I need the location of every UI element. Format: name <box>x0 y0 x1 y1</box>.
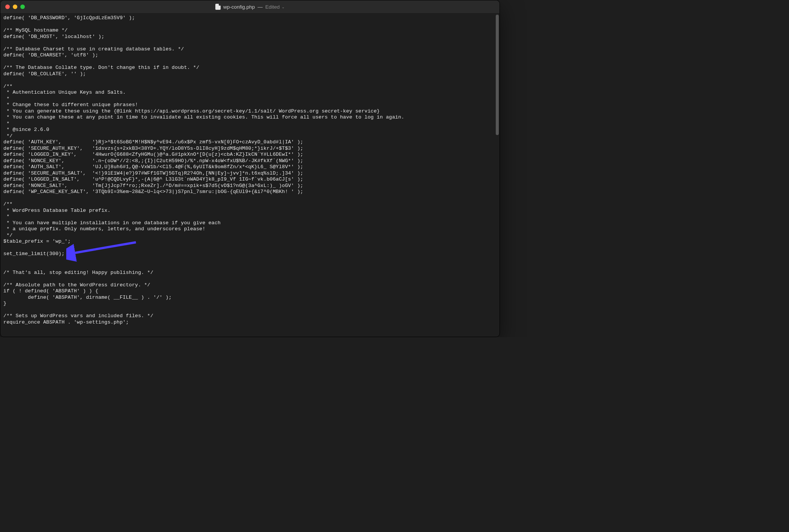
code-line[interactable]: /** Database Charset to use in creating … <box>3 46 184 52</box>
filename-label: wp-config.php <box>223 4 255 10</box>
arrow-annotation <box>66 239 142 262</box>
code-line[interactable]: /** MySQL hostname */ <box>3 27 68 33</box>
edited-label: Edited <box>265 4 280 10</box>
maximize-button[interactable] <box>20 5 25 9</box>
code-line[interactable]: define( 'DB_HOST', 'localhost' ); <box>3 34 104 40</box>
code-line[interactable]: * <box>3 96 9 102</box>
code-line[interactable]: define( 'NONCE_KEY', '.n~(oDW*//2:<8,;{I… <box>3 158 303 164</box>
code-editor[interactable]: define( 'DB_PASSWORD', 'GjIcQpdLzEm35V9'… <box>0 14 500 337</box>
code-line[interactable]: * @since 2.6.0 <box>3 127 49 132</box>
code-line[interactable]: define( 'WP_CACHE_KEY_SALT', '3TQb9I=3%e… <box>3 189 303 195</box>
code-line[interactable]: * <box>3 121 9 126</box>
code-line[interactable]: $table_prefix = 'wp_'; <box>3 239 71 244</box>
code-line[interactable]: define( 'LOGGED_IN_KEY', '4HwurO{G688<Zf… <box>3 152 303 157</box>
svg-line-1 <box>71 242 136 254</box>
code-line[interactable]: * Authentication Unique Keys and Salts. <box>3 90 126 95</box>
code-line[interactable]: define( 'DB_COLLATE', '' ); <box>3 71 86 77</box>
code-line[interactable]: } <box>3 301 6 306</box>
code-line[interactable]: define( 'ABSPATH', dirname( __FILE__ ) .… <box>3 295 172 300</box>
code-line[interactable]: * You can generate these using the {@lin… <box>3 108 380 114</box>
code-line[interactable]: /** <box>3 84 12 89</box>
titlebar[interactable]: wp-config.php — Edited ⌄ <box>0 0 500 14</box>
code-line[interactable]: */ <box>3 133 12 139</box>
code-line[interactable]: define( 'AUTH_SALT', 'UJ,U]8uh6#1,Q@-VxW… <box>3 164 303 170</box>
code-line[interactable]: * <box>3 214 9 219</box>
code-line[interactable]: * Change these to different unique phras… <box>3 102 138 108</box>
code-line[interactable]: define( 'AUTH_KEY', '}Rj>^$t6SoBG*M!H$N$… <box>3 139 303 145</box>
editor-window: wp-config.php — Edited ⌄ define( 'DB_PAS… <box>0 0 500 337</box>
code-line[interactable]: /** <box>3 201 12 207</box>
window-title[interactable]: wp-config.php — Edited ⌄ <box>215 4 285 10</box>
code-line[interactable]: define( 'SECURE_AUTH_KEY', '1dsvzs{s+2xk… <box>3 146 303 151</box>
code-line[interactable]: */ <box>3 233 12 238</box>
file-icon <box>215 4 221 10</box>
code-line[interactable]: define( 'NONCE_SALT', 'Tm[JjJcp7f*ro;;Rx… <box>3 183 303 188</box>
code-line[interactable]: /* That's all, stop editing! Happy publi… <box>3 270 153 275</box>
code-line[interactable]: /** Absolute path to the WordPress direc… <box>3 282 150 288</box>
code-line[interactable]: define( 'DB_CHARSET', 'utf8' ); <box>3 52 98 58</box>
code-line[interactable]: set_time_limit(300); <box>3 251 65 257</box>
chevron-down-icon[interactable]: ⌄ <box>282 5 285 9</box>
code-line[interactable]: * a unique prefix. Only numbers, letters… <box>3 226 206 232</box>
code-line[interactable]: /** Sets up WordPress vars and included … <box>3 313 153 319</box>
code-line[interactable]: * You can change these at any point in t… <box>3 114 404 120</box>
code-line[interactable]: define( 'LOGGED_IN_SALT', 'u^P!@CQDLvyF}… <box>3 176 303 182</box>
code-line[interactable]: if ( ! defined( 'ABSPATH' ) ) { <box>3 288 98 294</box>
minimize-button[interactable] <box>13 5 17 9</box>
code-line[interactable]: define( 'SECURE_AUTH_SALT', '<!}9lE1W4|e… <box>3 170 303 176</box>
close-button[interactable] <box>5 5 10 9</box>
code-line[interactable]: /** The Database Collate type. Don't cha… <box>3 65 199 70</box>
traffic-lights <box>0 5 25 9</box>
code-line[interactable]: * You can have multiple installations in… <box>3 220 221 226</box>
code-line[interactable]: require_once ABSPATH . 'wp-settings.php'… <box>3 319 129 325</box>
code-line[interactable]: * WordPress Database Table prefix. <box>3 208 111 213</box>
scrollbar-thumb[interactable] <box>496 15 499 135</box>
code-line[interactable]: define( 'DB_PASSWORD', 'GjIcQpdLzEm35V9'… <box>3 15 135 21</box>
separator: — <box>257 4 263 10</box>
